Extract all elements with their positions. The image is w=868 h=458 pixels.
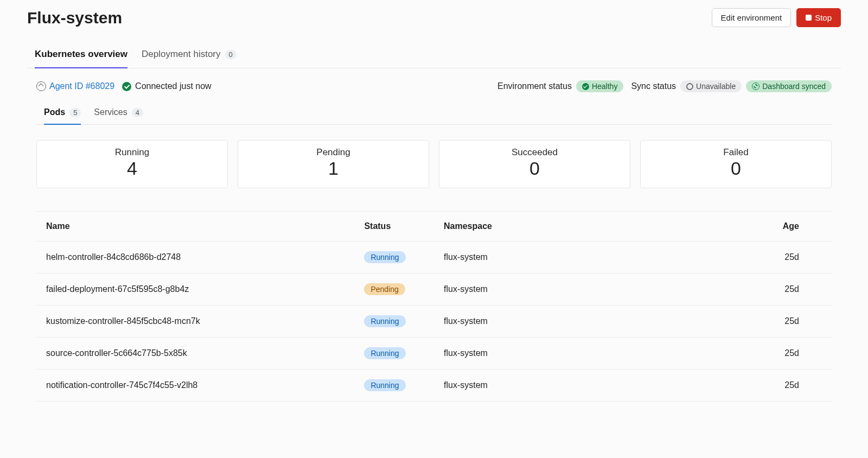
col-namespace[interactable]: Namespace [434,212,736,241]
stop-button[interactable]: Stop [796,8,841,27]
sub-tab-label: Pods [44,107,65,117]
cell-status: Running [354,241,434,273]
status-right: Environment status Healthy Sync status U… [497,80,832,92]
cell-name: helm-controller-84c8cd686b-d2748 [36,241,354,273]
cell-status: Running [354,306,434,338]
main-tab-kubernetes-overview[interactable]: Kubernetes overview [35,43,127,68]
stat-label: Running [41,147,223,158]
main-tab-deployment-history[interactable]: Deployment history0 [142,43,237,68]
overview-panel: Agent ID #68029 Connected just now Envir… [27,68,841,402]
status-row: Agent ID #68029 Connected just now Envir… [36,80,832,92]
sync-icon [752,82,760,90]
cell-name: kustomize-controller-845f5cbc48-mcn7k [36,306,354,338]
col-status[interactable]: Status [354,212,434,241]
check-circle-icon [122,82,131,91]
stat-value: 0 [444,158,626,179]
main-tabs: Kubernetes overviewDeployment history0 [27,43,841,68]
col-age[interactable]: Age [736,212,832,241]
stat-value: 1 [242,158,424,179]
status-pill-pending: Pending [364,283,405,295]
pods-table: Name Status Namespace Age helm-controlle… [36,211,832,402]
status-pill-running: Running [364,251,405,263]
stat-card-failed: Failed0 [640,140,832,188]
sync-status-value: Unavailable [696,82,736,91]
cell-age: 25d [736,241,832,273]
table-header-row: Name Status Namespace Age [36,212,832,241]
cell-status: Running [354,370,434,402]
agent-connection-status: Connected just now [122,81,212,91]
cell-name: failed-deployment-67c5f595c8-g8b4z [36,273,354,306]
cell-namespace: flux-system [434,306,736,338]
cell-namespace: flux-system [434,338,736,370]
edit-environment-button[interactable]: Edit environment [712,8,792,27]
sync-status-label: Sync status [631,81,676,91]
check-icon [582,83,589,90]
cell-name: source-controller-5c664c775b-5x85k [36,338,354,370]
sub-tab-services[interactable]: Services4 [94,103,143,125]
status-pill-running: Running [364,347,405,359]
col-name[interactable]: Name [36,212,354,241]
cell-age: 25d [736,370,832,402]
main-tab-label: Kubernetes overview [35,49,127,60]
main-tab-label: Deployment history [142,49,221,60]
tab-count-badge: 5 [69,108,81,117]
cell-namespace: flux-system [434,241,736,273]
cell-age: 25d [736,306,832,338]
stat-card-pending: Pending1 [238,140,429,188]
environment-status-pill: Healthy [576,80,623,92]
status-pill-running: Running [364,379,405,391]
table-row[interactable]: notification-controller-745c7f4c55-v2lh8… [36,370,832,402]
cell-status: Pending [354,273,434,306]
status-left: Agent ID #68029 Connected just now [36,81,212,91]
connected-text: Connected just now [135,81,212,91]
agent-id-text: Agent ID #68029 [49,81,114,91]
agent-id-link[interactable]: Agent ID #68029 [36,81,114,91]
cell-status: Running [354,338,434,370]
environment-status-value: Healthy [592,82,617,91]
environment-status-group: Environment status Healthy [497,80,623,92]
stop-label: Stop [815,13,832,22]
cell-age: 25d [736,338,832,370]
sub-tab-pods[interactable]: Pods5 [44,103,81,125]
table-row[interactable]: kustomize-controller-845f5cbc48-mcn7kRun… [36,306,832,338]
table-row[interactable]: failed-deployment-67c5f595c8-g8b4zPendin… [36,273,832,306]
environment-status-label: Environment status [497,81,572,91]
stat-label: Succeeded [444,147,626,158]
stat-value: 0 [645,158,827,179]
table-row[interactable]: helm-controller-84c8cd686b-d2748Runningf… [36,241,832,273]
stat-value: 4 [41,158,223,179]
edit-environment-label: Edit environment [721,13,782,22]
tab-count-badge: 4 [132,108,143,117]
page-header: Flux-system Edit environment Stop [27,8,841,27]
tab-count-badge: 0 [225,50,237,59]
cell-age: 25d [736,273,832,306]
sub-tabs: Pods5Services4 [36,103,832,125]
table-row[interactable]: source-controller-5c664c775b-5x85kRunnin… [36,338,832,370]
cell-namespace: flux-system [434,370,736,402]
ring-icon [686,83,693,90]
sync-status-pill: Unavailable [680,80,742,92]
dashboard-synced-value: Dashboard synced [762,82,826,91]
cell-name: notification-controller-745c7f4c55-v2lh8 [36,370,354,402]
dashboard-synced-pill: Dashboard synced [746,80,832,92]
stat-label: Failed [645,147,827,158]
sync-status-group: Sync status Unavailable Dashboard synced [631,80,832,92]
header-actions: Edit environment Stop [712,8,841,27]
status-pill-running: Running [364,315,405,327]
page-title: Flux-system [27,9,122,27]
agent-upload-icon [36,81,46,91]
stat-label: Pending [242,147,424,158]
stat-card-succeeded: Succeeded0 [439,140,630,188]
stat-card-running: Running4 [36,140,228,188]
cell-namespace: flux-system [434,273,736,306]
sub-tab-label: Services [94,107,127,117]
stop-icon [806,15,812,21]
stat-cards: Running4Pending1Succeeded0Failed0 [36,140,832,188]
